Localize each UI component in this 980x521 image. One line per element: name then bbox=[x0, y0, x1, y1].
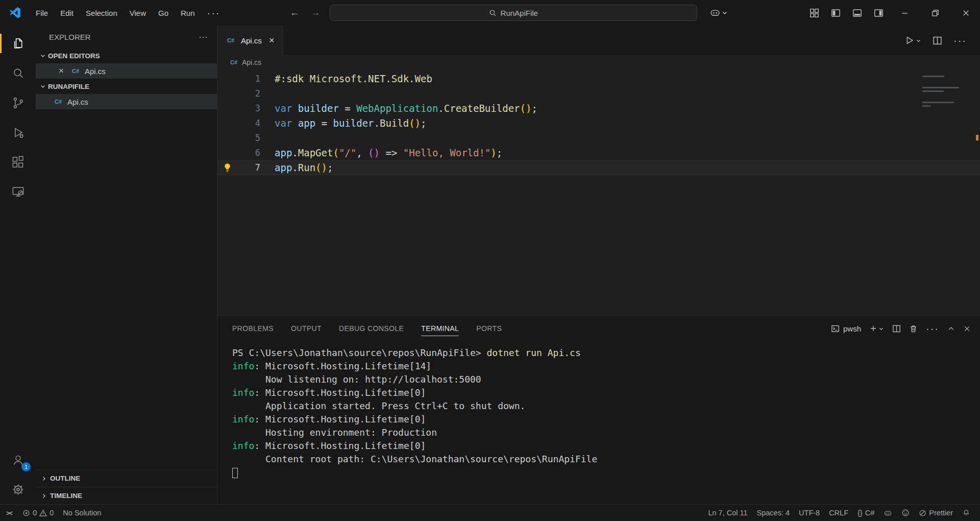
line-number: 7 bbox=[237, 160, 260, 175]
toggle-secondary-sidebar-button[interactable] bbox=[869, 4, 888, 22]
new-terminal-button[interactable] bbox=[869, 324, 884, 333]
forward-arrow-icon[interactable]: → bbox=[309, 7, 323, 18]
customize-layout-icon bbox=[810, 8, 819, 18]
terminal-cursor bbox=[232, 468, 238, 478]
menu-selection[interactable]: Selection bbox=[80, 6, 124, 20]
code-line[interactable]: 5 bbox=[217, 131, 980, 146]
tab-terminal[interactable]: TERMINAL bbox=[421, 321, 459, 336]
timeline-section[interactable]: TIMELINE bbox=[36, 487, 217, 504]
code-editor[interactable]: 1#:sdk Microsoft.NET.Sdk.Web23var builde… bbox=[217, 69, 980, 315]
tab-ports[interactable]: PORTS bbox=[476, 321, 502, 336]
close-editor-icon[interactable]: × bbox=[56, 66, 66, 76]
cursor-position-status[interactable]: Ln 7, Col 11 bbox=[703, 505, 752, 521]
restore-window-button[interactable] bbox=[921, 0, 949, 26]
activity-search[interactable] bbox=[0, 58, 36, 88]
terminal-output[interactable]: PS C:\Users\Jonathan\source\repos\RunApi… bbox=[217, 341, 980, 504]
activity-run-debug[interactable] bbox=[0, 117, 36, 147]
code-line[interactable]: 2 bbox=[217, 86, 980, 101]
close-panel-button[interactable] bbox=[963, 325, 971, 333]
close-window-button[interactable] bbox=[951, 0, 980, 26]
terminal-line: Application started. Press Ctrl+C to shu… bbox=[232, 399, 980, 413]
menu-overflow-ellipsis-icon[interactable]: ··· bbox=[201, 4, 227, 22]
tab-problems[interactable]: PROBLEMS bbox=[232, 321, 274, 336]
problems-status[interactable]: 0 0 bbox=[18, 505, 58, 521]
remote-indicator[interactable]: >< bbox=[0, 509, 18, 517]
customize-layout-button[interactable] bbox=[804, 4, 824, 22]
sidebar-more-ellipsis-icon[interactable]: ··· bbox=[199, 32, 208, 42]
terminal-profile-item[interactable]: pwsh bbox=[831, 324, 861, 333]
activity-extensions[interactable] bbox=[0, 147, 36, 177]
activity-source-control[interactable] bbox=[0, 88, 36, 117]
feedback-status[interactable] bbox=[897, 505, 914, 521]
vscode-logo bbox=[0, 6, 30, 19]
tab-close-icon[interactable]: × bbox=[269, 35, 275, 46]
tree-item-apics[interactable]: C# Api.cs bbox=[36, 94, 217, 109]
panel-more-ellipsis-icon[interactable]: ··· bbox=[926, 323, 939, 335]
csharp-file-icon: C# bbox=[53, 97, 63, 107]
close-icon bbox=[963, 325, 971, 333]
open-editor-item[interactable]: × C# Api.cs bbox=[36, 63, 217, 79]
tab-label: Api.cs bbox=[241, 36, 262, 45]
editor-more-ellipsis-icon[interactable]: ··· bbox=[953, 35, 967, 46]
menu-go[interactable]: Go bbox=[152, 6, 175, 20]
activity-accounts[interactable]: 1 bbox=[0, 445, 36, 475]
copilot-status[interactable] bbox=[879, 505, 897, 521]
notifications-status[interactable] bbox=[958, 505, 975, 521]
command-center-text: RunApiFile bbox=[501, 9, 538, 17]
source-control-icon bbox=[11, 96, 25, 110]
split-editor-button[interactable] bbox=[933, 36, 942, 45]
language-mode-status[interactable]: {} C# bbox=[853, 505, 879, 521]
run-file-button[interactable] bbox=[904, 35, 921, 45]
toggle-primary-sidebar-button[interactable] bbox=[826, 4, 845, 22]
solution-status[interactable]: No Solution bbox=[58, 505, 106, 521]
breadcrumb[interactable]: C# Api.cs bbox=[217, 55, 980, 69]
tab-apics[interactable]: C# Api.cs × bbox=[217, 26, 283, 55]
vscode-logo-icon bbox=[8, 6, 21, 19]
command-center-search[interactable]: RunApiFile bbox=[330, 5, 697, 21]
plus-icon bbox=[869, 324, 877, 333]
split-editor-icon bbox=[933, 36, 942, 45]
tab-debug-console[interactable]: DEBUG CONSOLE bbox=[339, 321, 404, 336]
maximize-panel-button[interactable] bbox=[947, 325, 955, 333]
minimize-window-button[interactable] bbox=[890, 0, 919, 26]
feedback-smiley-icon bbox=[901, 509, 910, 517]
language-label: C# bbox=[865, 509, 875, 517]
restore-icon bbox=[931, 9, 940, 17]
kill-terminal-button[interactable] bbox=[909, 324, 918, 333]
copilot-menu[interactable] bbox=[709, 7, 728, 18]
chevron-down-icon bbox=[722, 10, 728, 16]
warning-icon bbox=[39, 509, 47, 517]
menu-edit[interactable]: Edit bbox=[54, 6, 80, 20]
menu-view[interactable]: View bbox=[124, 6, 152, 20]
bottom-panel: PROBLEMS OUTPUT DEBUG CONSOLE TERMINAL P… bbox=[217, 315, 980, 504]
account-badge: 1 bbox=[21, 462, 31, 471]
code-line[interactable]: 7app.Run(); bbox=[217, 160, 980, 175]
split-terminal-button[interactable] bbox=[892, 324, 901, 333]
folder-section-header[interactable]: RUNAPIFILE bbox=[36, 79, 217, 94]
csharp-file-icon: C# bbox=[229, 57, 239, 67]
prettier-status[interactable]: Prettier bbox=[914, 505, 958, 521]
activity-explorer[interactable] bbox=[0, 29, 36, 58]
minimap[interactable] bbox=[922, 74, 971, 109]
braces-icon: {} bbox=[857, 509, 863, 517]
indent-label: Spaces: 4 bbox=[757, 509, 790, 517]
code-line[interactable]: 1#:sdk Microsoft.NET.Sdk.Web bbox=[217, 72, 980, 86]
menu-run[interactable]: Run bbox=[175, 6, 201, 20]
chevron-down-icon bbox=[878, 326, 884, 331]
code-line[interactable]: 6app.MapGet("/", () => "Hello, World!"); bbox=[217, 146, 980, 160]
activity-remote-explorer[interactable] bbox=[0, 177, 36, 206]
tab-output[interactable]: OUTPUT bbox=[291, 321, 322, 336]
indentation-status[interactable]: Spaces: 4 bbox=[752, 505, 795, 521]
eol-status[interactable]: CRLF bbox=[824, 505, 853, 521]
back-arrow-icon[interactable]: ← bbox=[288, 7, 302, 18]
outline-section[interactable]: OUTLINE bbox=[36, 469, 217, 487]
open-editors-header[interactable]: OPEN EDITORS bbox=[36, 48, 217, 63]
code-line[interactable]: 4var app = builder.Build(); bbox=[217, 116, 980, 131]
code-line[interactable]: 3var builder = WebApplication.CreateBuil… bbox=[217, 101, 980, 116]
toggle-panel-button[interactable] bbox=[847, 4, 867, 22]
menu-file[interactable]: File bbox=[30, 6, 54, 20]
encoding-status[interactable]: UTF-8 bbox=[794, 505, 824, 521]
csharp-file-icon: C# bbox=[226, 35, 236, 45]
activity-settings[interactable] bbox=[0, 475, 36, 504]
breadcrumb-file: Api.cs bbox=[242, 58, 261, 66]
